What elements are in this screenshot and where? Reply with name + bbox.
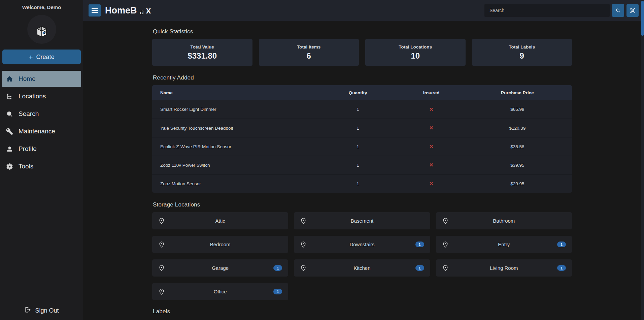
item-purchase-price: $39.95 [463, 156, 572, 174]
location-card-bedroom[interactable]: Bedroom [152, 236, 288, 253]
item-name: Zooz Motion Sensor [152, 174, 316, 193]
location-count-badge: 1 [415, 242, 424, 247]
table-row[interactable]: Smart Rocker Light Dimmer1✕$65.98 [152, 100, 572, 119]
main-content: Quick Statistics Total Value$331.80Total… [83, 21, 641, 320]
stat-card-total-locations: Total Locations10 [365, 39, 466, 66]
storage-locations-heading: Storage Locations [153, 201, 572, 208]
location-name: Kitchen [294, 265, 430, 271]
sidebar-nav: HomeLocationsSearchMaintenanceProfileToo… [0, 71, 83, 174]
column-header-purchase-price: Purchase Price [463, 85, 572, 100]
item-name: Yale Security Touchscreen Deadbolt [152, 119, 316, 137]
location-name: Downstairs [294, 242, 430, 247]
item-insured: ✕ [400, 156, 463, 174]
search-icon [6, 110, 13, 118]
map-pin-icon [158, 218, 165, 224]
item-name: Zooz 110v Power Switch [152, 156, 316, 174]
not-insured-icon: ✕ [429, 162, 434, 168]
plus-icon: + [29, 54, 33, 61]
item-quantity: 1 [316, 156, 400, 174]
item-insured: ✕ [400, 100, 463, 119]
sidebar-item-locations[interactable]: Locations [2, 88, 81, 104]
scrollbar-thumb[interactable] [641, 1, 644, 36]
item-purchase-price: $120.39 [463, 119, 572, 137]
location-name: Entry [436, 242, 572, 247]
search-icon [615, 8, 621, 13]
map-pin-icon [158, 288, 165, 295]
stat-label: Total Items [297, 44, 320, 50]
sign-out-button[interactable]: Sign Out [24, 306, 59, 315]
table-row[interactable]: Zooz 110v Power Switch1✕$39.95 [152, 156, 572, 174]
item-quantity: 1 [316, 119, 400, 137]
location-name: Office [152, 289, 288, 294]
table-row[interactable]: Ecolink Z-Wave PIR Motion Sensor1✕$35.58 [152, 137, 572, 156]
location-name: Garage [152, 265, 288, 271]
page-scrollbar[interactable] [641, 0, 644, 320]
not-insured-icon: ✕ [429, 143, 434, 149]
column-header-quantity: Quantity [316, 85, 400, 100]
sidebar-item-label: Profile [19, 145, 37, 153]
gear-icon [6, 163, 13, 170]
stat-value: 6 [307, 51, 311, 61]
item-insured: ✕ [400, 137, 463, 156]
qr-scan-icon [630, 7, 636, 14]
not-insured-icon: ✕ [429, 181, 434, 186]
sidebar-item-profile[interactable]: Profile [2, 141, 81, 157]
stat-label: Total Labels [509, 44, 535, 50]
qr-scan-button[interactable] [626, 4, 639, 17]
welcome-text: Welcome, Demo [22, 4, 61, 10]
search-input[interactable] [484, 4, 610, 17]
sidebar-item-label: Maintenance [19, 128, 55, 135]
app-window: Welcome, Demo + Create HomeLocationsSear… [0, 0, 644, 320]
not-insured-icon: ✕ [429, 125, 434, 131]
location-card-attic[interactable]: Attic [152, 212, 288, 229]
sidebar-item-maintenance[interactable]: Maintenance [2, 123, 81, 139]
location-card-bathroom[interactable]: Bathroom [436, 212, 572, 229]
item-insured: ✕ [400, 119, 463, 137]
map-pin-icon [158, 241, 165, 248]
create-button[interactable]: + Create [2, 50, 81, 64]
sidebar: Welcome, Demo + Create HomeLocationsSear… [0, 0, 83, 320]
wrench-icon [6, 128, 13, 135]
item-insured: ✕ [400, 174, 463, 193]
item-purchase-price: $29.95 [463, 174, 572, 193]
stat-card-total-value: Total Value$331.80 [152, 39, 252, 66]
topbar: HomeB x [83, 0, 644, 21]
menu-button[interactable] [89, 4, 101, 17]
table-row[interactable]: Yale Security Touchscreen Deadbolt1✕$120… [152, 119, 572, 137]
stat-card-total-labels: Total Labels9 [472, 39, 572, 66]
location-name: Basement [294, 218, 430, 224]
hamburger-icon [92, 8, 98, 9]
storage-locations-grid: AtticBasementBathroomBedroomDownstairs1E… [152, 212, 572, 300]
map-pin-icon [442, 265, 449, 271]
location-count-badge: 1 [273, 265, 282, 271]
location-name: Bedroom [152, 242, 288, 247]
location-name: Living Room [436, 265, 572, 271]
column-header-name: Name [152, 85, 316, 100]
location-card-garage[interactable]: Garage1 [152, 259, 288, 277]
location-card-downstairs[interactable]: Downstairs1 [294, 236, 430, 253]
app-logo [27, 15, 56, 44]
map-pin-icon [300, 241, 307, 248]
stat-value: 9 [520, 51, 524, 61]
location-card-office[interactable]: Office1 [152, 283, 288, 300]
item-purchase-price: $65.98 [463, 100, 572, 119]
table-header-row: NameQuantityInsuredPurchase Price [152, 85, 572, 100]
table-row[interactable]: Zooz Motion Sensor1✕$29.95 [152, 174, 572, 193]
location-card-kitchen[interactable]: Kitchen1 [294, 259, 430, 277]
location-card-living-room[interactable]: Living Room1 [436, 259, 572, 277]
location-card-entry[interactable]: Entry1 [436, 236, 572, 253]
sidebar-item-tools[interactable]: Tools [2, 158, 81, 174]
stat-label: Total Value [191, 44, 214, 50]
sidebar-item-label: Home [19, 75, 36, 83]
item-quantity: 1 [316, 100, 400, 119]
sidebar-item-label: Tools [19, 163, 33, 170]
sidebar-item-home[interactable]: Home [2, 71, 81, 87]
home-icon [6, 75, 13, 83]
sidebar-item-search[interactable]: Search [2, 106, 81, 122]
person-icon [6, 146, 13, 153]
location-card-basement[interactable]: Basement [294, 212, 430, 229]
search-button[interactable] [612, 4, 624, 17]
tree-icon [6, 93, 13, 100]
location-count-badge: 1 [415, 265, 424, 271]
app-title-suffix: x [146, 5, 151, 16]
